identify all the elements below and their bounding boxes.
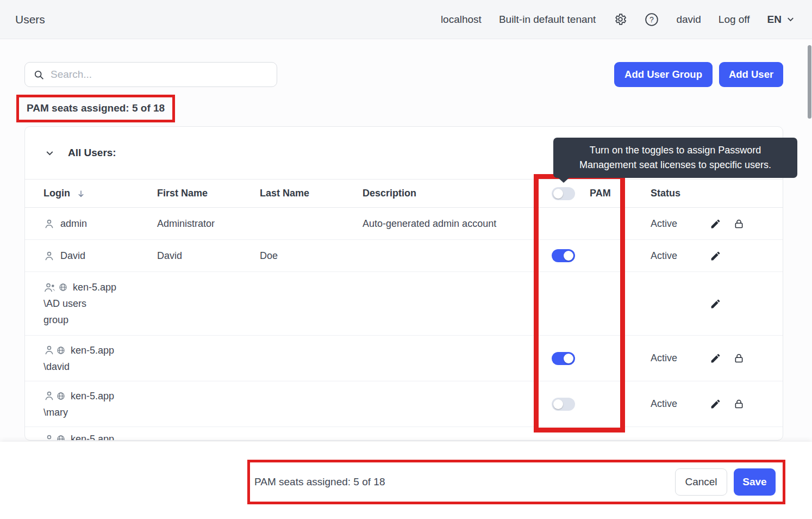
column-header-status: Status [651,188,783,199]
status-value: Active [651,250,710,262]
add-user-button[interactable]: Add User [719,62,783,87]
column-header-description: Description [363,188,545,199]
login-value-line: \AD users [43,298,86,309]
column-header-pam: PAM [545,187,651,200]
status-value: Active [651,353,710,364]
log-off-link[interactable]: Log off [719,14,750,26]
host-label: localhost [441,14,482,26]
tooltip-line: Turn on the toggles to assign Password [590,143,761,158]
pam-header-label: PAM [590,188,611,199]
pam-toggle-cell [545,398,651,411]
table-row: admin Administrator Auto-generated admin… [25,208,783,240]
domain-globe-icon [57,346,65,355]
domain-globe-icon [57,435,65,441]
login-value: ken-5.app [71,431,114,441]
login-value-line: ken-5.app [71,342,114,359]
footer-pam-seats: PAM seats assigned: 5 of 18 [254,476,385,488]
chevron-down-icon [785,14,796,24]
language-selector[interactable]: EN [767,14,796,26]
tenant-label: Built-in default tenant [499,14,596,26]
footer-highlight: PAM seats assigned: 5 of 18 Cancel Save [247,460,785,504]
first-name-value: Administrator [157,218,260,230]
lock-icon[interactable] [733,218,745,230]
language-label: EN [767,14,782,26]
lock-icon[interactable] [733,353,745,364]
footer-bar: PAM seats assigned: 5 of 18 Cancel Save [0,442,812,519]
user-icon [43,434,55,441]
add-user-group-button[interactable]: Add User Group [614,62,713,87]
edit-pencil-icon[interactable] [710,398,721,410]
table-row: David David Doe Active [25,240,783,272]
column-header-last-name: Last Name [260,188,363,199]
edit-pencil-icon[interactable] [710,353,721,364]
user-icon [43,250,55,262]
current-user-label[interactable]: david [676,14,701,26]
user-icon [43,344,55,356]
status-value: Active [651,218,710,230]
top-bar: Users localhost Built-in default tenant … [0,0,812,39]
user-group-icon [43,282,57,293]
table-row: ken-5.app \mary Active [25,381,783,427]
status-value: Active [651,398,710,410]
user-icon [43,218,55,230]
login-value-line: ken-5.app [71,388,114,404]
save-button[interactable]: Save [734,468,776,496]
login-value-line: \david [43,361,70,372]
lock-icon[interactable] [733,398,745,410]
cancel-button[interactable]: Cancel [675,468,727,496]
pam-toggle[interactable] [552,398,575,411]
search-icon [33,69,45,81]
edit-pencil-icon[interactable] [710,218,721,230]
domain-globe-icon [57,392,65,400]
login-value-line: \mary [43,407,68,418]
table-row-partial: ken-5.app [25,427,783,441]
edit-pencil-icon[interactable] [710,298,721,310]
collapse-chevron-icon[interactable] [44,147,55,159]
pam-seats-banner: PAM seats assigned: 5 of 18 [16,95,175,122]
edit-pencil-icon[interactable] [710,250,721,262]
pam-master-toggle[interactable] [552,187,575,200]
scrollbar-thumb[interactable] [808,45,811,119]
last-name-value: Doe [260,250,363,262]
settings-gear-icon[interactable] [613,13,627,27]
search-box[interactable] [24,62,277,87]
pam-toggle-cell [545,249,651,262]
login-value: David [60,248,85,264]
first-name-value: David [157,250,260,262]
pam-toggle-cell [545,352,651,365]
login-header-label: Login [43,188,70,199]
sort-descending-icon [76,189,86,199]
tooltip-line: Management seat licenses to specific use… [579,158,771,172]
table-row: ken-5.app \david Active [25,336,783,381]
pam-toggle[interactable] [552,352,575,365]
section-title: All Users: [68,147,116,159]
top-bar-right: localhost Built-in default tenant ? davi… [441,13,796,27]
search-input[interactable] [51,69,277,81]
login-value-line: ken-5.app [73,279,116,295]
login-value-line: group [43,314,68,325]
description-value: Auto-generated admin account [363,218,545,230]
svg-text:?: ? [649,15,654,23]
pam-tooltip: Turn on the toggles to assign Password M… [553,138,797,178]
pam-toggle[interactable] [552,249,575,262]
table-row: ken-5.app \AD users group [25,272,783,336]
table-header-row: Login First Name Last Name Description P… [25,180,783,208]
login-value: admin [60,215,87,232]
column-header-first-name: First Name [157,188,260,199]
user-icon [43,390,55,401]
help-icon[interactable]: ? [645,13,659,27]
column-header-login[interactable]: Login [43,188,157,199]
domain-globe-icon [59,283,67,292]
page-title: Users [15,13,45,26]
